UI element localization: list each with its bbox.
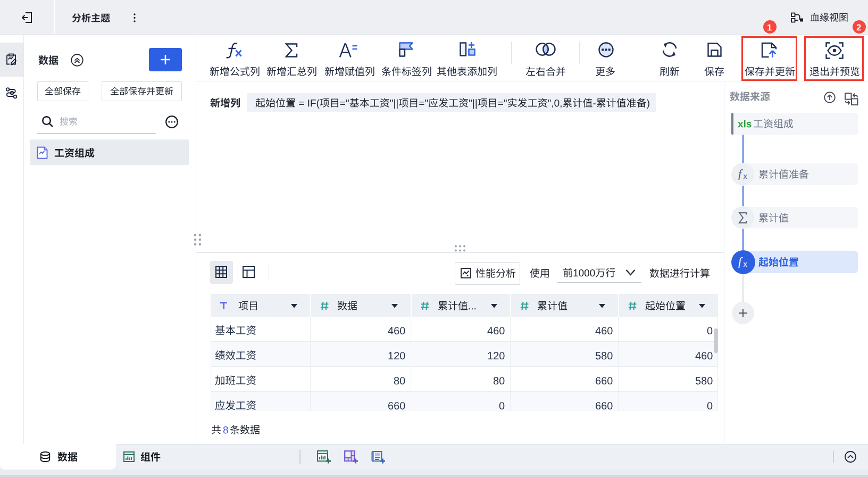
svg-text:f: f bbox=[738, 167, 743, 180]
svg-text:f: f bbox=[738, 254, 743, 268]
svg-text:x: x bbox=[744, 260, 748, 268]
svg-text:x: x bbox=[744, 172, 748, 180]
